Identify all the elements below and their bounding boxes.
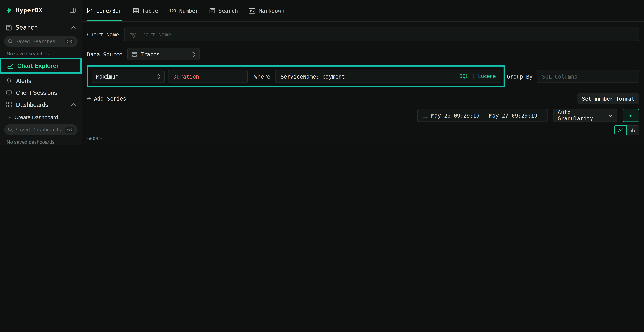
- plus-icon: +: [8, 114, 12, 120]
- app-window: HyperDX Search Saved Searches ⌘K No save…: [0, 0, 644, 144]
- data-source-icon: [132, 52, 137, 57]
- circle-plus-icon: ⊕: [87, 95, 91, 102]
- keyboard-shortcut-badge: ⌘K: [66, 39, 74, 44]
- where-filter-input[interactable]: [280, 73, 456, 80]
- create-dashboard-label: Create Dashboard: [14, 114, 58, 120]
- tab-number[interactable]: 123 Number: [169, 0, 198, 21]
- saved-dashboards-placeholder: Saved Dashboards: [16, 127, 62, 132]
- svg-text:600M: 600M: [87, 136, 98, 141]
- chevron-up-down-icon: [192, 52, 195, 57]
- chart-name-label: Chart Name: [87, 32, 119, 38]
- keyboard-shortcut-badge: ⌘K: [66, 127, 74, 132]
- search-section-header[interactable]: Search: [0, 18, 82, 34]
- chart-plot-area[interactable]: 0150M300M450M600M: [87, 136, 639, 144]
- sidebar-item-chart-explorer[interactable]: Chart Explorer: [0, 58, 82, 74]
- date-range-value: May 26 09:29:19 - May 27 09:29:19: [431, 112, 538, 118]
- bell-icon: [6, 78, 12, 84]
- search-panel-icon: [6, 24, 12, 30]
- no-saved-dashboards-text: No saved dashboards: [6, 139, 75, 144]
- sidebar-item-label: Alerts: [16, 78, 31, 84]
- lucene-mode-toggle[interactable]: Lucene: [478, 74, 496, 79]
- saved-searches-placeholder: Saved Searches: [16, 39, 62, 44]
- tab-markdown[interactable]: M↓ Markdown: [249, 0, 284, 21]
- where-filter-input-wrap: SQL | Lucene: [275, 70, 500, 83]
- sidebar: HyperDX Search Saved Searches ⌘K No save…: [0, 0, 82, 144]
- bar-chart-toggle[interactable]: [627, 125, 639, 135]
- chart-name-input[interactable]: [124, 28, 639, 42]
- sidebar-item-label: Chart Explorer: [17, 62, 58, 69]
- run-query-button[interactable]: ▶: [623, 109, 639, 122]
- aggregation-select[interactable]: Maximum: [92, 70, 165, 83]
- dashboards-icon: [6, 102, 12, 108]
- tab-label: Markdown: [259, 8, 284, 14]
- line-chart-toggle[interactable]: [614, 125, 627, 135]
- search-section-label: Search: [16, 24, 38, 31]
- tab-label: Number: [179, 8, 198, 14]
- logo-row: HyperDX: [0, 0, 82, 18]
- tab-label: Line/Bar: [96, 8, 122, 14]
- no-saved-searches-text: No saved searches: [6, 51, 75, 57]
- tab-label: Table: [142, 8, 158, 14]
- collapse-sidebar-icon[interactable]: [70, 7, 76, 14]
- chevron-up-icon[interactable]: [71, 103, 76, 106]
- chart-display-toggle-group: [614, 125, 639, 135]
- granularity-value: Auto Granularity: [558, 109, 602, 122]
- create-dashboard-button[interactable]: + Create Dashboard: [0, 110, 82, 123]
- date-range-input[interactable]: May 26 09:29:19 - May 27 09:29:19: [417, 109, 548, 122]
- group-by-label: Group By: [507, 73, 532, 80]
- tab-line-bar[interactable]: Line/Bar: [87, 0, 122, 21]
- language-divider: |: [472, 74, 475, 79]
- chevron-up-icon[interactable]: [71, 26, 76, 29]
- add-series-button[interactable]: ⊕ Add Series: [87, 95, 126, 102]
- saved-dashboards-input[interactable]: Saved Dashboards ⌘K: [4, 124, 78, 135]
- play-icon: ▶: [630, 113, 632, 118]
- group-by-input[interactable]: [537, 70, 639, 83]
- chevron-up-down-icon: [156, 74, 160, 79]
- sql-mode-toggle[interactable]: SQL: [460, 74, 468, 79]
- calendar-icon: [422, 113, 428, 118]
- data-source-select[interactable]: Traces: [127, 48, 200, 60]
- sidebar-item-alerts[interactable]: Alerts: [0, 75, 82, 87]
- tab-table[interactable]: Table: [133, 0, 158, 21]
- chart-explorer-icon: [7, 62, 13, 69]
- granularity-select[interactable]: Auto Granularity: [553, 109, 617, 122]
- sidebar-item-client-sessions[interactable]: Client Sessions: [0, 86, 82, 98]
- main-content: Line/Bar Table 123 Number Search M↓ Ma: [82, 0, 644, 144]
- tab-label: Search: [218, 8, 238, 14]
- data-source-label: Data Source: [87, 51, 122, 57]
- where-label: Where: [254, 73, 270, 80]
- saved-searches-input[interactable]: Saved Searches ⌘K: [4, 36, 78, 47]
- set-number-format-button[interactable]: Set number format: [578, 93, 639, 104]
- sidebar-item-dashboards[interactable]: Dashboards: [0, 98, 82, 110]
- add-series-label: Add Series: [94, 96, 126, 102]
- markdown-icon: M↓: [249, 8, 256, 14]
- sidebar-item-label: Client Sessions: [16, 89, 57, 96]
- time-series-chart[interactable]: 0150M300M450M600M May 26 9:00:00 AM12:30…: [87, 136, 639, 144]
- search-icon: [8, 127, 13, 132]
- line-chart-icon: [87, 8, 93, 14]
- brand-title: HyperDX: [16, 6, 42, 14]
- monitor-icon: [6, 90, 12, 96]
- chevron-down-icon: [608, 114, 613, 117]
- list-icon: [210, 8, 216, 14]
- aggregation-field-input[interactable]: [168, 70, 248, 83]
- search-icon: [8, 39, 13, 44]
- table-icon: [133, 8, 139, 14]
- sidebar-item-label: Dashboards: [16, 101, 48, 108]
- chart-type-tabbar: Line/Bar Table 123 Number Search M↓ Ma: [82, 0, 644, 22]
- aggregation-value: Maximum: [96, 73, 118, 80]
- series-config-highlight: Maximum Where SQL | Lucene: [87, 65, 505, 88]
- number-icon: 123: [169, 8, 176, 13]
- data-source-value: Traces: [140, 51, 160, 57]
- tab-search[interactable]: Search: [210, 0, 238, 21]
- hyperdx-logo-icon: [6, 7, 12, 14]
